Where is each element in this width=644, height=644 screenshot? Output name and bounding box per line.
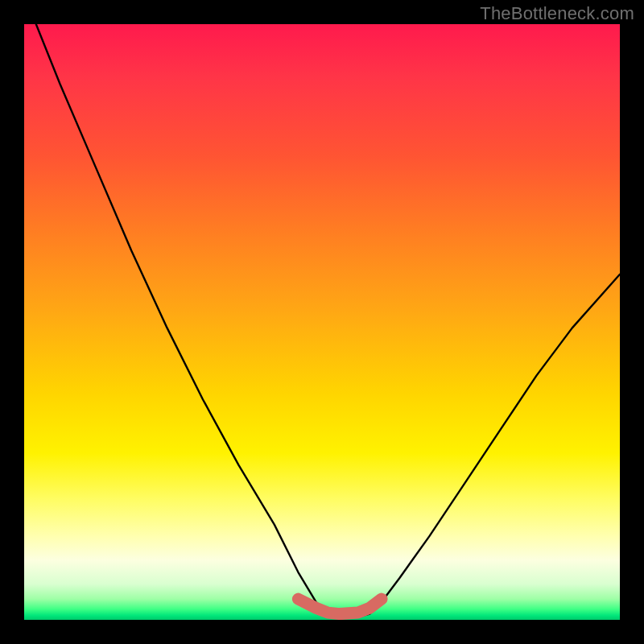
ok-band	[298, 599, 382, 614]
bottleneck-curve	[24, 24, 620, 617]
plot-area	[24, 24, 620, 620]
chart-frame: TheBottleneck.com	[0, 0, 644, 644]
watermark-text: TheBottleneck.com	[480, 3, 634, 24]
curve-layer	[24, 24, 620, 620]
